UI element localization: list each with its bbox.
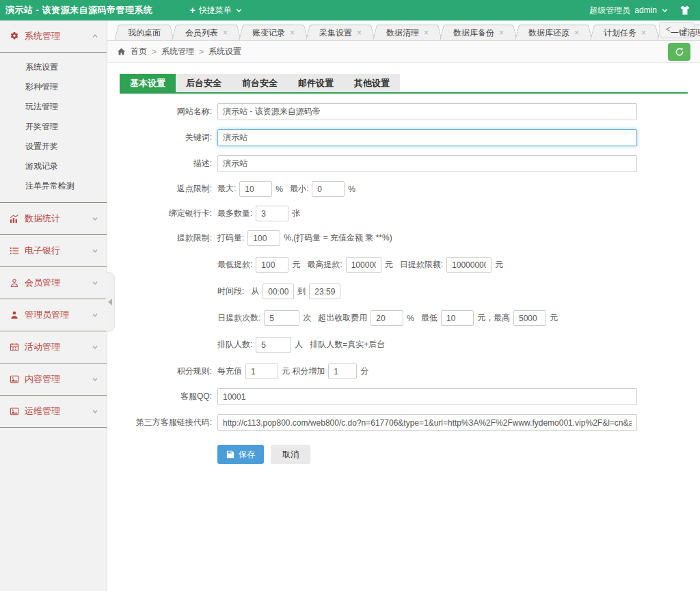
save-button-label: 保存 [239, 449, 255, 461]
sidebar-item-lottery-type[interactable]: 彩种管理 [0, 77, 107, 97]
user-outline-icon [8, 278, 20, 288]
tab-mail-settings[interactable]: 邮件设置 [288, 74, 344, 92]
daily-times-input[interactable] [264, 310, 299, 326]
breadcrumb-page[interactable]: 系统设置 [208, 46, 241, 57]
over-fee-input[interactable] [371, 310, 403, 326]
sidebar-item-system-settings[interactable]: 系统设置 [0, 57, 107, 77]
tab-member-list[interactable]: 会员列表× [179, 25, 234, 40]
tab-data-cleanup[interactable]: 数据清理× [380, 25, 435, 40]
close-icon[interactable]: × [499, 28, 504, 38]
service-qq-input[interactable] [217, 388, 637, 405]
times-unit: 次 [303, 312, 311, 324]
service-link-input[interactable] [217, 414, 637, 431]
chevron-down-icon [92, 247, 98, 254]
close-icon[interactable]: × [574, 28, 579, 38]
refresh-icon [675, 47, 684, 57]
withdraw-min-input[interactable] [256, 257, 288, 273]
tab-other-settings[interactable]: 其他设置 [344, 74, 400, 92]
sidebar-item-bet-anomaly[interactable]: 注单异常检测 [0, 176, 107, 196]
tab-scheduled-tasks[interactable]: 计划任务× [597, 25, 652, 40]
rebate-max-label: 最大: [217, 183, 236, 195]
fee-max-label: 元，最高 [477, 312, 510, 324]
daily-limit-input[interactable] [446, 257, 492, 273]
quick-menu-label: 快捷菜单 [199, 5, 232, 16]
turnover-input[interactable] [247, 230, 280, 246]
sidebar-group-members[interactable]: 会员管理 [0, 267, 107, 299]
time-to-input[interactable] [309, 284, 340, 299]
sidebar: 系统管理 系统设置 彩种管理 玩法管理 开奖管理 设置开奖 游戏记录 注单异常检… [0, 20, 107, 591]
service-qq-label: 客服QQ: [120, 391, 212, 402]
sidebar-group-system[interactable]: 系统管理 [0, 20, 107, 53]
withdraw-max-label: 最高提款: [307, 259, 342, 271]
tab-db-backup[interactable]: 数据库备份× [447, 25, 510, 40]
withdraw-max-input[interactable] [346, 257, 381, 273]
tshirt-skin-icon[interactable] [679, 5, 690, 16]
tab-account-change-log[interactable]: 账变记录× [246, 25, 301, 40]
close-icon[interactable]: × [357, 28, 362, 38]
chevron-down-icon [235, 7, 243, 14]
service-link-label: 第三方客服链接代码: [120, 417, 212, 428]
chevron-down-icon [92, 279, 98, 286]
close-icon[interactable]: × [641, 28, 646, 38]
rebate-min-input[interactable] [312, 181, 345, 197]
fee-max-input[interactable] [513, 310, 546, 326]
user-solid-icon [8, 310, 20, 320]
list-icon [8, 246, 20, 256]
cancel-button-label: 取消 [282, 450, 299, 459]
sidebar-group-ops[interactable]: 运维管理 [0, 396, 107, 428]
tab-collect-settings[interactable]: 采集设置× [313, 25, 368, 40]
description-label: 描述: [120, 158, 212, 169]
bank-count-input[interactable] [256, 206, 288, 221]
breadcrumb-home[interactable]: 首页 [131, 46, 147, 57]
sidebar-item-draw-manage[interactable]: 开奖管理 [0, 117, 107, 137]
sidebar-group-label: 活动管理 [25, 341, 60, 353]
form-tabs-underline: 基本设置 后台安全 前台安全 邮件设置 其他设置 [120, 74, 688, 94]
tab-basic-settings[interactable]: 基本设置 [120, 74, 176, 92]
points-add-input[interactable] [328, 363, 357, 379]
yuan-unit: 元 [550, 312, 558, 324]
fee-min-input[interactable] [441, 310, 474, 326]
rebate-max-input[interactable] [239, 181, 272, 197]
sidebar-item-play-method[interactable]: 玩法管理 [0, 97, 107, 117]
tab-frontend-security[interactable]: 前台安全 [232, 74, 288, 92]
breadcrumb-separator: > [152, 47, 157, 57]
sidebar-group-label: 运维管理 [25, 405, 60, 417]
close-icon[interactable]: × [223, 28, 228, 38]
points-add-label: 元 积分增加 [282, 366, 325, 377]
save-button[interactable]: 保存 [217, 445, 264, 464]
close-icon[interactable]: × [424, 28, 429, 38]
user-menu[interactable]: 超级管理员 admin [589, 5, 669, 16]
sidebar-item-draw-set[interactable]: 设置开奖 [0, 137, 107, 156]
description-input[interactable] [217, 155, 637, 172]
sidebar-group-content[interactable]: 内容管理 [0, 363, 107, 396]
chevron-down-icon [92, 215, 98, 222]
turnover-label: 打码量: [217, 232, 244, 244]
refresh-button[interactable] [668, 43, 690, 61]
breadcrumb: 首页 > 系统管理 > 系统设置 [107, 41, 700, 63]
sidebar-item-game-records[interactable]: 游戏记录 [0, 156, 107, 176]
percent-unit: % [275, 184, 283, 194]
close-icon[interactable]: × [290, 28, 295, 38]
tab-my-desktop[interactable]: 我的桌面 [122, 25, 167, 40]
sidebar-group-admins[interactable]: 管理员管理 [0, 299, 107, 331]
form-actions: 保存 取消 [217, 445, 688, 464]
tab-backend-security[interactable]: 后台安全 [176, 74, 232, 92]
sidebar-group-stats[interactable]: 数据统计 [0, 203, 107, 235]
time-from-input[interactable] [262, 284, 294, 299]
quick-menu-button[interactable]: + 快捷菜单 [190, 5, 243, 16]
keywords-input[interactable] [217, 129, 637, 146]
cancel-button[interactable]: 取消 [271, 445, 310, 464]
breadcrumb-section[interactable]: 系统管理 [161, 46, 194, 57]
bank-card-row: 绑定银行卡: 最多数量: 张 [120, 206, 688, 221]
home-icon [117, 47, 126, 56]
percent-unit: % [348, 184, 355, 194]
user-role: 超级管理员 [589, 5, 630, 16]
points-per-input[interactable] [245, 363, 278, 379]
tab-db-restore[interactable]: 数据库还原× [522, 25, 585, 40]
site-name-input[interactable] [217, 103, 637, 120]
queue-input[interactable] [256, 337, 291, 353]
sidebar-group-activity[interactable]: 活动管理 [0, 331, 107, 363]
sidebar-collapse-handle[interactable] [106, 272, 115, 332]
bank-count-label: 最多数量: [217, 208, 252, 219]
sidebar-group-ebank[interactable]: 电子银行 [0, 235, 107, 267]
